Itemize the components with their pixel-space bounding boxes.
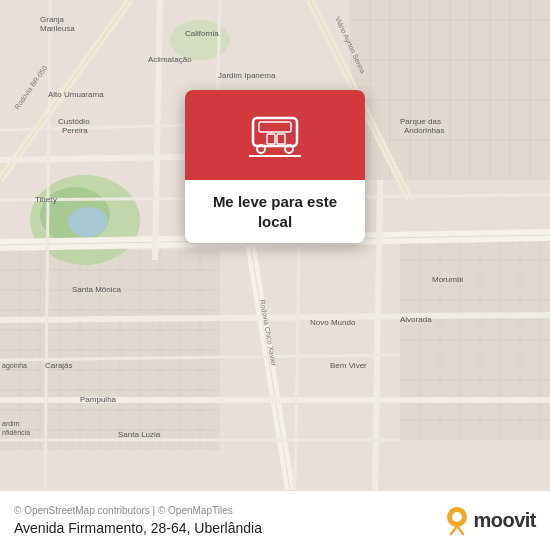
popup-icon-area (185, 90, 365, 180)
svg-text:Tibery: Tibery (35, 195, 57, 204)
bus-station-icon (245, 112, 305, 162)
copyright-text: © OpenStreetMap contributors | © OpenMap… (14, 505, 435, 516)
svg-rect-108 (259, 122, 291, 132)
svg-text:Pereira: Pereira (62, 126, 88, 135)
svg-text:Parque das: Parque das (400, 117, 441, 126)
popup-line2: local (258, 213, 292, 230)
svg-point-59 (170, 20, 230, 60)
svg-text:Alto Umuarama: Alto Umuarama (48, 90, 104, 99)
svg-rect-109 (267, 134, 275, 144)
location-popup[interactable]: Me leve para este local (185, 90, 365, 243)
svg-text:Bem Viver: Bem Viver (330, 361, 367, 370)
svg-rect-110 (277, 134, 285, 144)
svg-text:Santa Mônica: Santa Mônica (72, 285, 121, 294)
svg-text:California: California (185, 29, 219, 38)
popup-text: Me leve para este local (185, 180, 365, 243)
svg-text:Novo Mundo: Novo Mundo (310, 318, 356, 327)
address-text: Avenida Firmamento, 28-64, Uberlândia (14, 520, 435, 536)
bottom-bar-text: © OpenStreetMap contributors | © OpenMap… (14, 505, 435, 536)
popup-line1: Me leve para este (213, 193, 337, 210)
map-container: Granja Marileusa California Aclimatação … (0, 0, 550, 490)
svg-text:Santa Luzia: Santa Luzia (118, 430, 161, 439)
svg-text:Pampulha: Pampulha (80, 395, 117, 404)
svg-text:ardim: ardim (2, 420, 20, 427)
svg-text:Aclimatação: Aclimatação (148, 55, 192, 64)
moovit-logo: moovit (445, 506, 536, 536)
svg-text:nfidência: nfidência (2, 429, 30, 436)
svg-text:Marileusa: Marileusa (40, 24, 75, 33)
bottom-bar: © OpenStreetMap contributors | © OpenMap… (0, 490, 550, 550)
moovit-pin-icon (445, 506, 469, 536)
svg-text:Granja: Granja (40, 15, 65, 24)
svg-text:Custódio: Custódio (58, 117, 90, 126)
svg-text:Jardim Ipanema: Jardim Ipanema (218, 71, 276, 80)
svg-text:Carajás: Carajás (45, 361, 73, 370)
svg-text:Andorinhas: Andorinhas (404, 126, 444, 135)
svg-text:Morumbi: Morumbi (432, 275, 463, 284)
svg-text:agoinha: agoinha (2, 362, 27, 370)
svg-point-115 (452, 512, 462, 522)
svg-text:Alvorada: Alvorada (400, 315, 432, 324)
moovit-wordmark: moovit (473, 509, 536, 532)
svg-point-58 (68, 207, 108, 237)
